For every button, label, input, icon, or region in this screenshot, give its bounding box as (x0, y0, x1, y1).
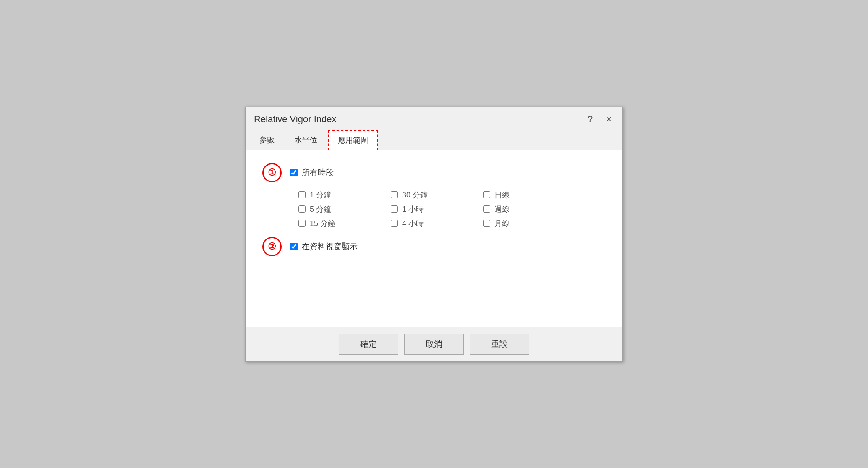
period-4hour: 4 小時 (391, 218, 483, 229)
tab-levels[interactable]: 水平位 (285, 130, 327, 150)
checkbox-monthly[interactable] (483, 220, 490, 227)
checkbox-15min[interactable] (298, 220, 306, 227)
period-daily: 日線 (483, 190, 559, 200)
checkbox-30min[interactable] (391, 191, 398, 198)
period-weekly: 週線 (483, 204, 559, 214)
footer: 確定 取消 重設 (246, 327, 622, 361)
data-window-checkbox[interactable] (290, 243, 298, 250)
help-button[interactable]: ? (585, 113, 595, 126)
label-30min[interactable]: 30 分鐘 (402, 190, 428, 200)
period-1hour: 1 小時 (391, 204, 483, 214)
label-5min[interactable]: 5 分鐘 (310, 204, 331, 214)
label-1hour[interactable]: 1 小時 (402, 204, 424, 214)
label-monthly[interactable]: 月線 (494, 218, 510, 229)
label-4hour[interactable]: 4 小時 (402, 218, 424, 229)
checkbox-1hour[interactable] (391, 205, 398, 213)
period-15min: 15 分鐘 (298, 218, 391, 229)
title-icons: ? × (585, 113, 614, 126)
periods-row-1: 1 分鐘 30 分鐘 日線 (298, 190, 606, 200)
all-periods-checkbox[interactable] (290, 169, 298, 176)
checkbox-weekly[interactable] (483, 205, 490, 213)
period-1min: 1 分鐘 (298, 190, 391, 200)
label-1min[interactable]: 1 分鐘 (310, 190, 331, 200)
periods-grid: 1 分鐘 30 分鐘 日線 5 分鐘 1 小時 (298, 190, 606, 229)
ok-button[interactable]: 確定 (339, 334, 398, 355)
tab-params[interactable]: 參數 (250, 130, 284, 150)
label-weekly[interactable]: 週線 (494, 204, 510, 214)
section-all-periods: ① 所有時段 (262, 163, 606, 182)
label-15min[interactable]: 15 分鐘 (310, 218, 335, 229)
data-window-label[interactable]: 在資料視窗顯示 (302, 241, 358, 252)
checkbox-5min[interactable] (298, 205, 306, 213)
circle-2: ② (262, 237, 282, 256)
tab-bar: 參數 水平位 應用範圍 (246, 130, 622, 150)
all-periods-row: 所有時段 (290, 167, 334, 178)
all-periods-label[interactable]: 所有時段 (302, 167, 334, 178)
tab-scope[interactable]: 應用範圍 (328, 130, 378, 150)
periods-row-3: 15 分鐘 4 小時 月線 (298, 218, 606, 229)
dialog: Relative Vigor Index ? × 參數 水平位 應用範圍 ① 所… (245, 107, 623, 362)
close-button[interactable]: × (604, 113, 614, 126)
checkbox-4hour[interactable] (391, 220, 398, 227)
data-window-row: 在資料視窗顯示 (290, 241, 358, 252)
dialog-title: Relative Vigor Index (254, 114, 337, 125)
periods-row-2: 5 分鐘 1 小時 週線 (298, 204, 606, 214)
content-area: ① 所有時段 1 分鐘 30 分鐘 日線 (246, 150, 622, 327)
label-daily[interactable]: 日線 (494, 190, 510, 200)
period-30min: 30 分鐘 (391, 190, 483, 200)
checkbox-daily[interactable] (483, 191, 490, 198)
checkbox-1min[interactable] (298, 191, 306, 198)
circle-1: ① (262, 163, 282, 182)
cancel-button[interactable]: 取消 (404, 334, 464, 355)
reset-button[interactable]: 重設 (470, 334, 529, 355)
period-5min: 5 分鐘 (298, 204, 391, 214)
title-bar: Relative Vigor Index ? × (246, 107, 622, 130)
period-monthly: 月線 (483, 218, 559, 229)
section-data-window: ② 在資料視窗顯示 (262, 237, 606, 256)
